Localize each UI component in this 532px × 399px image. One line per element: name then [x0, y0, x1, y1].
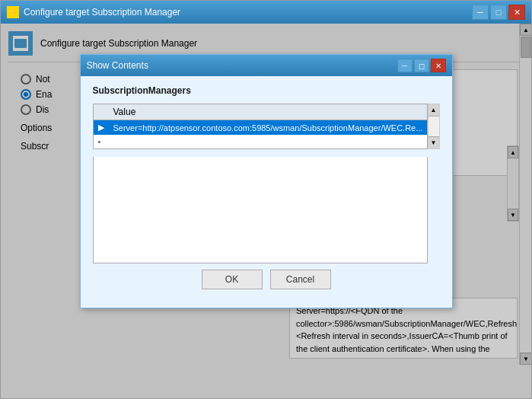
- table-wrapper: Value ▶ Server=http://atpsensor.contoso.…: [93, 104, 440, 149]
- table-scroll-track: [428, 117, 439, 136]
- dialog-title-controls: ─ ◻ ✕: [397, 59, 446, 72]
- window-icon: ⚡: [7, 6, 19, 18]
- dialog-ok-button[interactable]: OK: [202, 270, 263, 289]
- dialog-close-btn[interactable]: ✕: [431, 59, 446, 72]
- table-scroll-up[interactable]: ▲: [428, 104, 439, 117]
- close-button[interactable]: ✕: [508, 5, 525, 20]
- window-title: Configure target Subscription Manager: [24, 7, 180, 18]
- dialog-restore-btn[interactable]: ◻: [414, 59, 429, 72]
- main-window: ⚡ Configure target Subscription Manager …: [0, 0, 532, 399]
- modal-overlay: Show Contents ─ ◻ ✕ SubscriptionManagers: [1, 24, 531, 398]
- empty-table-space: [93, 157, 428, 263]
- minimize-button[interactable]: ─: [472, 5, 489, 20]
- title-bar-left: ⚡ Configure target Subscription Manager: [7, 6, 180, 18]
- row-arrow-2: •: [93, 135, 109, 149]
- show-contents-dialog: Show Contents ─ ◻ ✕ SubscriptionManagers: [80, 54, 453, 308]
- row-value-1: Server=http://atpsensor.contoso.com:5985…: [109, 120, 428, 136]
- table-row[interactable]: ▶ Server=http://atpsensor.contoso.com:59…: [93, 120, 428, 136]
- table-scroll-down[interactable]: ▼: [428, 136, 439, 148]
- dialog-title-bar: Show Contents ─ ◻ ✕: [81, 55, 452, 76]
- main-title-bar: ⚡ Configure target Subscription Manager …: [1, 1, 531, 24]
- values-table: Value ▶ Server=http://atpsensor.contoso.…: [93, 104, 428, 149]
- title-controls: ─ □ ✕: [472, 5, 525, 20]
- dialog-section-label: SubscriptionManagers: [93, 85, 440, 96]
- value-column-header: Value: [109, 104, 428, 120]
- table-row-empty[interactable]: •: [93, 135, 428, 149]
- dialog-buttons: OK Cancel: [93, 263, 440, 298]
- dialog-body: SubscriptionManagers Value: [81, 76, 452, 308]
- row-value-2: [109, 135, 428, 149]
- dialog-cancel-button[interactable]: Cancel: [270, 270, 331, 289]
- maximize-button[interactable]: □: [490, 5, 507, 20]
- dialog-minimize-btn[interactable]: ─: [397, 59, 413, 72]
- row-arrow-1: ▶: [93, 120, 109, 136]
- main-content: Configure target Subscription Manager No…: [1, 24, 531, 398]
- table-scrollbar[interactable]: ▲ ▼: [428, 104, 440, 149]
- table-header-row: Value: [93, 104, 428, 120]
- arrow-header: [93, 104, 109, 120]
- dialog-title: Show Contents: [87, 60, 148, 71]
